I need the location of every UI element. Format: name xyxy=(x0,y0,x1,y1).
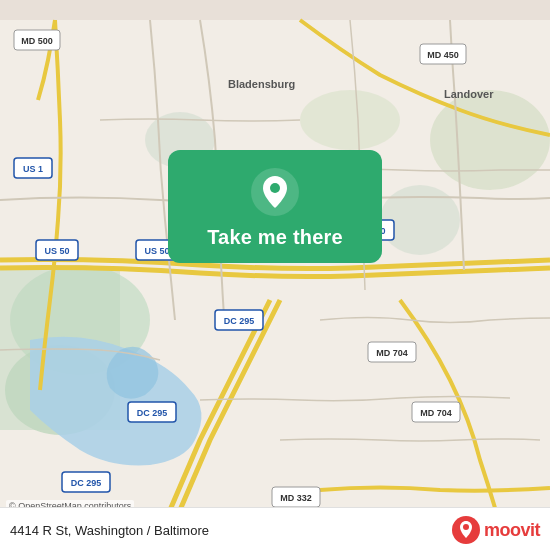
svg-text:MD 332: MD 332 xyxy=(280,493,312,503)
svg-text:DC 295: DC 295 xyxy=(137,408,168,418)
take-me-there-label: Take me there xyxy=(207,226,343,249)
bottom-bar: 4414 R St, Washington / Baltimore moovit xyxy=(0,507,550,550)
svg-text:DC 295: DC 295 xyxy=(71,478,102,488)
svg-text:US 50: US 50 xyxy=(44,246,69,256)
svg-text:Landover: Landover xyxy=(444,88,494,100)
svg-text:US 50: US 50 xyxy=(144,246,169,256)
location-pin-icon xyxy=(251,168,299,216)
map-container: Bladensburg Landover MD 500 MD 450 US 1 … xyxy=(0,0,550,550)
moovit-name: moovit xyxy=(484,520,540,541)
svg-text:US 1: US 1 xyxy=(23,164,43,174)
svg-point-37 xyxy=(463,524,469,530)
svg-text:MD 704: MD 704 xyxy=(376,348,408,358)
moovit-icon xyxy=(452,516,480,544)
address-text: 4414 R St, Washington / Baltimore xyxy=(10,523,209,538)
svg-point-6 xyxy=(300,90,400,150)
take-me-there-card[interactable]: Take me there xyxy=(168,150,382,263)
svg-text:DC 295: DC 295 xyxy=(224,316,255,326)
svg-point-35 xyxy=(270,183,280,193)
svg-text:MD 500: MD 500 xyxy=(21,36,53,46)
map-svg: Bladensburg Landover MD 500 MD 450 US 1 … xyxy=(0,0,550,550)
svg-text:MD 450: MD 450 xyxy=(427,50,459,60)
moovit-logo: moovit xyxy=(452,516,540,544)
svg-text:Bladensburg: Bladensburg xyxy=(228,78,295,90)
svg-text:MD 704: MD 704 xyxy=(420,408,452,418)
